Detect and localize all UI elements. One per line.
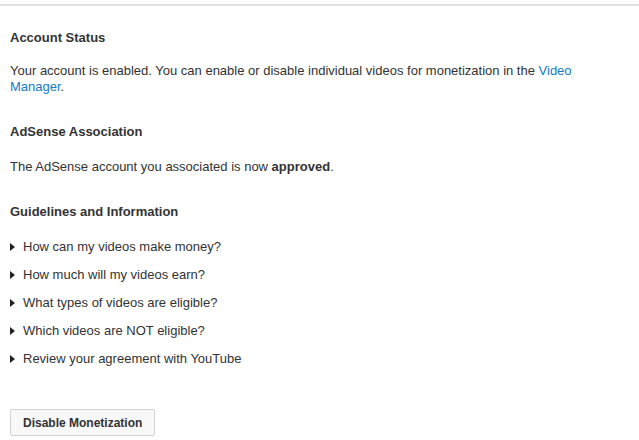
guideline-item-videos-earn[interactable]: How much will my videos earn? — [10, 268, 629, 282]
expand-arrow-icon — [10, 355, 15, 363]
expand-arrow-icon — [10, 243, 15, 251]
expand-arrow-icon — [10, 271, 15, 279]
adsense-approved-status: approved — [272, 159, 331, 174]
adsense-status-text-suffix: . — [330, 159, 334, 174]
guideline-item-label: What types of videos are eligible? — [23, 295, 217, 310]
guideline-item-label: How can my videos make money? — [23, 239, 221, 254]
guideline-item-eligible-types[interactable]: What types of videos are eligible? — [10, 296, 629, 310]
adsense-association-heading: AdSense Association — [10, 124, 629, 139]
account-status-text-prefix: Your account is enabled. You can enable … — [10, 63, 539, 78]
guideline-item-label: How much will my videos earn? — [23, 267, 205, 282]
adsense-status-text-prefix: The AdSense account you associated is no… — [10, 159, 272, 174]
top-divider-strip — [0, 0, 639, 6]
guideline-item-label: Review your agreement with YouTube — [23, 351, 241, 366]
monetization-settings-panel: Account Status Your account is enabled. … — [0, 30, 639, 436]
adsense-status-text: The AdSense account you associated is no… — [10, 159, 629, 175]
account-status-text-suffix: . — [61, 79, 65, 94]
guidelines-heading: Guidelines and Information — [10, 204, 629, 219]
expand-arrow-icon — [10, 327, 15, 335]
account-status-heading: Account Status — [10, 30, 629, 45]
guideline-list: How can my videos make money? How much w… — [10, 240, 629, 366]
disable-monetization-button[interactable]: Disable Monetization — [10, 409, 155, 436]
expand-arrow-icon — [10, 299, 15, 307]
guideline-item-youtube-agreement[interactable]: Review your agreement with YouTube — [10, 352, 629, 366]
guideline-item-label: Which videos are NOT eligible? — [23, 323, 205, 338]
guideline-item-not-eligible[interactable]: Which videos are NOT eligible? — [10, 324, 629, 338]
guideline-item-make-money[interactable]: How can my videos make money? — [10, 240, 629, 254]
account-status-text: Your account is enabled. You can enable … — [10, 63, 629, 94]
